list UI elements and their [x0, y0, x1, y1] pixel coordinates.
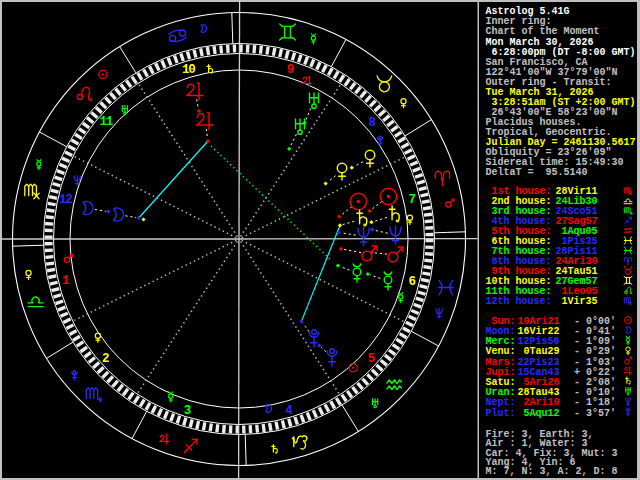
svg-text:1Vir35: 1Vir35 — [556, 296, 598, 307]
svg-text:2: 2 — [102, 352, 110, 366]
svg-text:Plut:: Plut: — [486, 408, 516, 419]
svg-text:1: 1 — [62, 274, 70, 288]
svg-text:6: 6 — [408, 275, 416, 289]
svg-text:4: 4 — [285, 404, 293, 418]
svg-text:5: 5 — [368, 352, 376, 366]
svg-text:2: 2 — [65, 193, 73, 207]
svg-text:9: 9 — [287, 63, 295, 77]
svg-text:12th house:: 12th house: — [486, 296, 552, 307]
svg-text:DeltaT = 95.5140: DeltaT = 95.5140 — [486, 167, 588, 178]
svg-text:1: 1 — [106, 115, 114, 129]
svg-text:8: 8 — [369, 116, 377, 130]
svg-text:3: 3 — [184, 404, 192, 418]
svg-text:5Aqu12: 5Aqu12 — [518, 408, 560, 419]
svg-text:M: 7, N: 3, A: 2, D: 8: M: 7, N: 3, A: 2, D: 8 — [486, 466, 618, 477]
svg-text:0: 0 — [188, 63, 196, 77]
svg-text:7: 7 — [409, 193, 417, 207]
svg-text:- 3°57': - 3°57' — [574, 408, 616, 419]
